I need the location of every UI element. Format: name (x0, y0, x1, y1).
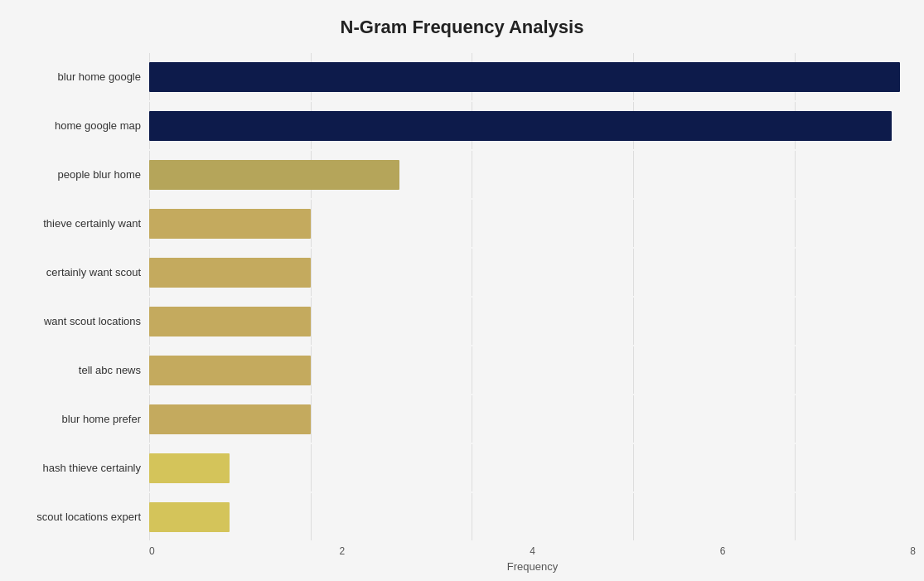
bar-container (149, 102, 916, 149)
bar (149, 111, 892, 141)
x-ticks: 02468 (149, 545, 916, 557)
bar-label: blur home prefer (8, 413, 149, 425)
bar (149, 209, 311, 239)
bar-label: want scout locations (8, 315, 149, 327)
bar-container (149, 444, 916, 491)
bar-row: certainly want scout (8, 249, 916, 296)
bar-container (149, 200, 916, 247)
bars-section: blur home googlehome google mappeople bl… (8, 53, 916, 542)
x-tick: 0 (149, 545, 155, 557)
bar (149, 62, 900, 92)
bar (149, 307, 311, 336)
bar-container (149, 298, 916, 345)
bar (149, 502, 230, 532)
bar-row: thieve certainly want (8, 200, 916, 247)
x-tick: 2 (340, 545, 346, 557)
bar-label: tell abc news (8, 364, 149, 376)
bar-row: blur home prefer (8, 395, 916, 443)
bar-label: people blur home (8, 168, 149, 181)
bar (149, 404, 311, 434)
bar-label: blur home google (8, 70, 149, 83)
bar-container (149, 493, 916, 540)
bar-label: certainly want scout (8, 266, 149, 278)
bar-container (149, 249, 916, 296)
x-tick: 4 (530, 545, 535, 557)
bar-row: hash thieve certainly (8, 444, 916, 491)
x-axis-section: 02468 Frequency (8, 545, 916, 573)
bar-label: scout locations expert (8, 511, 149, 523)
bar-container (149, 395, 916, 443)
bar (149, 453, 230, 483)
x-tick: 8 (910, 545, 916, 557)
bar (149, 356, 311, 385)
bar-row: blur home google (8, 53, 916, 100)
bar-container (149, 346, 916, 394)
bar (149, 160, 399, 190)
x-tick: 6 (720, 545, 726, 557)
x-axis-label: Frequency (149, 560, 916, 573)
bar-container (149, 151, 916, 198)
bar-label: hash thieve certainly (8, 462, 149, 474)
bar-label: thieve certainly want (8, 217, 149, 230)
bar-row: want scout locations (8, 298, 916, 345)
x-axis: 02468 Frequency (149, 545, 916, 573)
bar-container (149, 53, 916, 100)
bar-row: home google map (8, 102, 916, 149)
bar-row: people blur home (8, 151, 916, 198)
bar-row: scout locations expert (8, 493, 916, 540)
chart-title: N-Gram Frequency Analysis (341, 17, 584, 38)
bar-row: tell abc news (8, 346, 916, 394)
bar (149, 258, 311, 288)
chart-area: blur home googlehome google mappeople bl… (8, 53, 916, 573)
bar-label: home google map (8, 119, 149, 132)
